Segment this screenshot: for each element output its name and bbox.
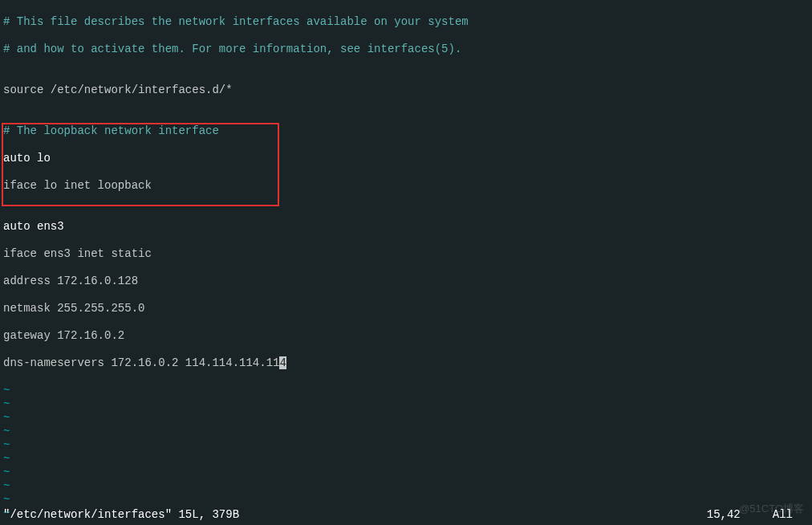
empty-line-tilde: ~ xyxy=(3,425,809,438)
terminal-editor[interactable]: # This file describes the network interf… xyxy=(0,0,812,525)
status-percent: All xyxy=(773,508,793,522)
comment-line: # The loopback network interface xyxy=(3,124,809,138)
empty-line-tilde: ~ xyxy=(3,479,809,493)
empty-line-tilde: ~ xyxy=(3,384,809,397)
config-line-highlighted: dns-nameservers 172.16.0.2 114.114.114.1… xyxy=(3,356,809,370)
config-line-highlighted: gateway 172.16.0.2 xyxy=(3,329,809,343)
comment-line: # This file describes the network interf… xyxy=(3,15,809,29)
config-line: auto lo xyxy=(3,152,809,165)
empty-line-tilde: ~ xyxy=(3,411,809,425)
empty-line-tilde: ~ xyxy=(3,493,809,507)
empty-line-tilde: ~ xyxy=(3,397,809,411)
comment-line: # and how to activate them. For more inf… xyxy=(3,43,809,56)
config-line-highlighted: auto ens3 xyxy=(3,220,809,234)
cursor: 4 xyxy=(279,356,286,369)
empty-line-tilde: ~ xyxy=(3,452,809,466)
config-line-highlighted: address 172.16.0.128 xyxy=(3,275,809,288)
config-line: iface lo inet loopback xyxy=(3,179,809,193)
source-line: source /etc/network/interfaces.d/* xyxy=(3,83,809,97)
empty-line-tilde: ~ xyxy=(3,438,809,452)
status-filename: "/etc/network/interfaces" 15L, 379B xyxy=(3,508,707,522)
empty-line-tilde: ~ xyxy=(3,466,809,479)
config-line-highlighted: iface ens3 inet static xyxy=(3,247,809,261)
vim-status-bar: "/etc/network/interfaces" 15L, 379B 15,4… xyxy=(0,508,812,525)
config-line-highlighted: netmask 255.255.255.0 xyxy=(3,302,809,315)
status-position: 15,42 xyxy=(707,508,741,522)
